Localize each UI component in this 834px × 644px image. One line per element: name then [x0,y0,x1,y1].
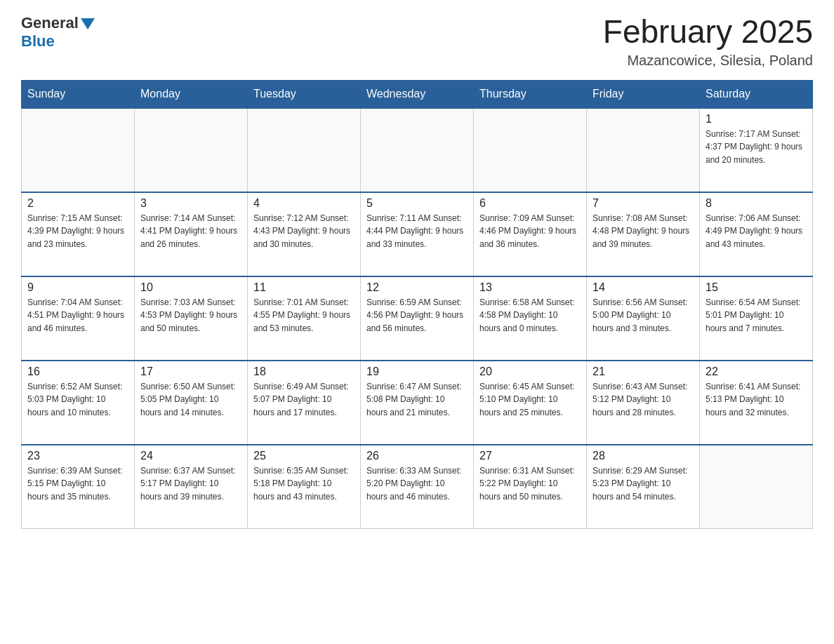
day-number: 1 [706,113,807,126]
day-info: Sunrise: 7:06 AM Sunset: 4:49 PM Dayligh… [706,212,807,251]
day-of-week-header: Wednesday [361,80,474,108]
day-number: 3 [140,197,241,210]
day-info: Sunrise: 6:31 AM Sunset: 5:22 PM Dayligh… [479,464,581,504]
calendar-day-cell: 19Sunrise: 6:47 AM Sunset: 5:08 PM Dayli… [361,361,474,445]
day-info: Sunrise: 6:41 AM Sunset: 5:13 PM Dayligh… [706,380,807,420]
calendar-day-cell: 1Sunrise: 7:17 AM Sunset: 4:37 PM Daylig… [700,108,813,192]
day-number: 23 [27,450,128,462]
day-number: 5 [366,197,468,210]
day-number: 8 [706,197,807,210]
day-info: Sunrise: 6:47 AM Sunset: 5:08 PM Dayligh… [366,380,468,420]
day-of-week-header: Tuesday [248,80,361,108]
day-info: Sunrise: 6:29 AM Sunset: 5:23 PM Dayligh… [593,464,694,504]
calendar-day-cell: 12Sunrise: 6:59 AM Sunset: 4:56 PM Dayli… [361,276,474,361]
day-info: Sunrise: 7:15 AM Sunset: 4:39 PM Dayligh… [27,212,128,251]
day-number: 24 [140,450,241,462]
day-number: 22 [706,365,807,378]
calendar-day-cell: 28Sunrise: 6:29 AM Sunset: 5:23 PM Dayli… [587,445,700,529]
day-info: Sunrise: 7:09 AM Sunset: 4:46 PM Dayligh… [479,212,581,251]
day-number: 17 [140,365,241,378]
calendar-day-cell: 3Sunrise: 7:14 AM Sunset: 4:41 PM Daylig… [135,192,248,276]
day-number: 18 [253,365,355,378]
calendar-week-row: 2Sunrise: 7:15 AM Sunset: 4:39 PM Daylig… [22,192,813,276]
day-number: 6 [479,197,581,210]
calendar-title: February 2025 [603,14,813,50]
calendar-day-cell [361,108,474,192]
calendar-day-cell: 23Sunrise: 6:39 AM Sunset: 5:15 PM Dayli… [22,445,135,529]
day-info: Sunrise: 6:39 AM Sunset: 5:15 PM Dayligh… [27,464,128,504]
calendar-week-row: 1Sunrise: 7:17 AM Sunset: 4:37 PM Daylig… [22,108,813,192]
day-info: Sunrise: 7:01 AM Sunset: 4:55 PM Dayligh… [253,296,355,335]
day-number: 19 [366,365,468,378]
day-info: Sunrise: 7:14 AM Sunset: 4:41 PM Dayligh… [140,212,241,251]
page-header: General Blue February 2025 Mazancowice, … [21,14,813,69]
title-area: February 2025 Mazancowice, Silesia, Pola… [603,14,813,69]
calendar-day-cell: 18Sunrise: 6:49 AM Sunset: 5:07 PM Dayli… [248,361,361,445]
logo-triangle-icon [81,18,95,29]
calendar-day-cell [474,108,587,192]
calendar-day-cell: 10Sunrise: 7:03 AM Sunset: 4:53 PM Dayli… [135,276,248,361]
day-number: 4 [253,197,355,210]
day-info: Sunrise: 6:49 AM Sunset: 5:07 PM Dayligh… [253,380,355,420]
day-number: 28 [593,450,694,462]
day-number: 25 [253,450,355,462]
day-info: Sunrise: 6:58 AM Sunset: 4:58 PM Dayligh… [479,296,581,335]
day-info: Sunrise: 6:50 AM Sunset: 5:05 PM Dayligh… [140,380,241,420]
calendar-week-row: 9Sunrise: 7:04 AM Sunset: 4:51 PM Daylig… [22,276,813,361]
day-number: 10 [140,281,241,294]
calendar-day-cell: 13Sunrise: 6:58 AM Sunset: 4:58 PM Dayli… [474,276,587,361]
calendar-week-row: 23Sunrise: 6:39 AM Sunset: 5:15 PM Dayli… [22,445,813,529]
calendar-day-cell: 22Sunrise: 6:41 AM Sunset: 5:13 PM Dayli… [700,361,813,445]
day-info: Sunrise: 7:03 AM Sunset: 4:53 PM Dayligh… [140,296,241,335]
day-info: Sunrise: 6:43 AM Sunset: 5:12 PM Dayligh… [593,380,694,420]
day-number: 21 [593,365,694,378]
calendar-day-cell: 25Sunrise: 6:35 AM Sunset: 5:18 PM Dayli… [248,445,361,529]
day-info: Sunrise: 7:11 AM Sunset: 4:44 PM Dayligh… [366,212,468,251]
logo-general-text: General [21,14,79,32]
calendar-week-row: 16Sunrise: 6:52 AM Sunset: 5:03 PM Dayli… [22,361,813,445]
day-of-week-header: Friday [587,80,700,108]
calendar-day-cell: 6Sunrise: 7:09 AM Sunset: 4:46 PM Daylig… [474,192,587,276]
calendar-day-cell: 8Sunrise: 7:06 AM Sunset: 4:49 PM Daylig… [700,192,813,276]
calendar-subtitle: Mazancowice, Silesia, Poland [603,53,813,69]
day-of-week-header: Saturday [700,80,813,108]
calendar-header-row: SundayMondayTuesdayWednesdayThursdayFrid… [22,80,813,108]
day-number: 26 [366,450,468,462]
calendar-day-cell: 20Sunrise: 6:45 AM Sunset: 5:10 PM Dayli… [474,361,587,445]
calendar-day-cell: 4Sunrise: 7:12 AM Sunset: 4:43 PM Daylig… [248,192,361,276]
day-number: 11 [253,281,355,294]
calendar-day-cell [587,108,700,192]
calendar-day-cell: 17Sunrise: 6:50 AM Sunset: 5:05 PM Dayli… [135,361,248,445]
calendar-day-cell [22,108,135,192]
day-number: 14 [593,281,694,294]
day-of-week-header: Thursday [474,80,587,108]
calendar-day-cell: 11Sunrise: 7:01 AM Sunset: 4:55 PM Dayli… [248,276,361,361]
day-number: 13 [479,281,581,294]
day-info: Sunrise: 6:33 AM Sunset: 5:20 PM Dayligh… [366,464,468,504]
day-info: Sunrise: 6:35 AM Sunset: 5:18 PM Dayligh… [253,464,355,504]
day-number: 9 [27,281,128,294]
calendar-day-cell [248,108,361,192]
calendar-day-cell: 15Sunrise: 6:54 AM Sunset: 5:01 PM Dayli… [700,276,813,361]
day-number: 12 [366,281,468,294]
day-info: Sunrise: 7:12 AM Sunset: 4:43 PM Dayligh… [253,212,355,251]
day-info: Sunrise: 6:56 AM Sunset: 5:00 PM Dayligh… [593,296,694,335]
calendar-day-cell: 21Sunrise: 6:43 AM Sunset: 5:12 PM Dayli… [587,361,700,445]
day-number: 20 [479,365,581,378]
calendar-day-cell: 16Sunrise: 6:52 AM Sunset: 5:03 PM Dayli… [22,361,135,445]
day-number: 7 [593,197,694,210]
day-info: Sunrise: 6:59 AM Sunset: 4:56 PM Dayligh… [366,296,468,335]
calendar-day-cell: 24Sunrise: 6:37 AM Sunset: 5:17 PM Dayli… [135,445,248,529]
calendar-day-cell [135,108,248,192]
logo: General Blue [21,14,95,51]
logo-blue-text: Blue [21,32,55,51]
day-number: 27 [479,450,581,462]
calendar-day-cell: 27Sunrise: 6:31 AM Sunset: 5:22 PM Dayli… [474,445,587,529]
day-number: 16 [27,365,128,378]
day-info: Sunrise: 6:37 AM Sunset: 5:17 PM Dayligh… [140,464,241,504]
day-info: Sunrise: 6:45 AM Sunset: 5:10 PM Dayligh… [479,380,581,420]
calendar-day-cell: 9Sunrise: 7:04 AM Sunset: 4:51 PM Daylig… [22,276,135,361]
calendar-table: SundayMondayTuesdayWednesdayThursdayFrid… [21,80,813,530]
calendar-day-cell: 14Sunrise: 6:56 AM Sunset: 5:00 PM Dayli… [587,276,700,361]
day-number: 15 [706,281,807,294]
